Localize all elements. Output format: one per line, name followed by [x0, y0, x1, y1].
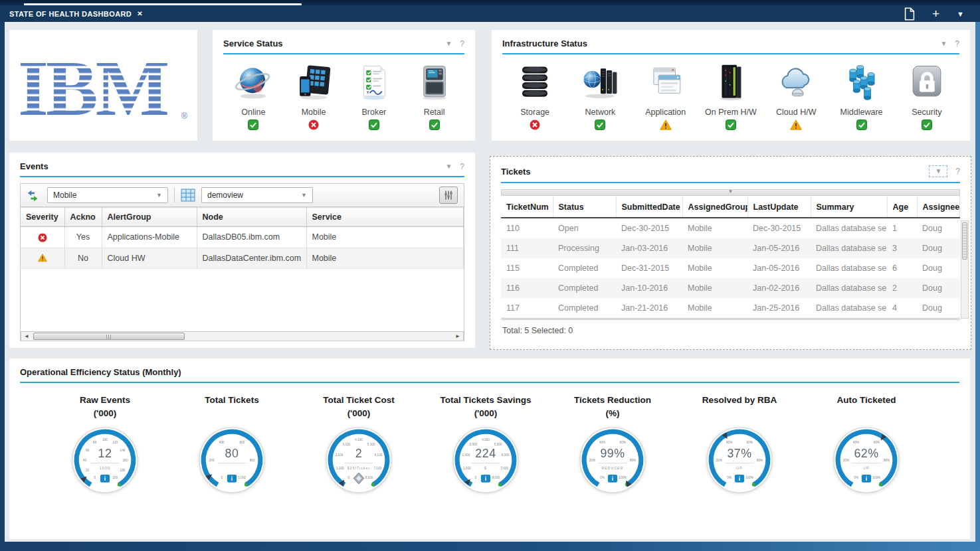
column-header-submitteddate[interactable]: SubmittedDate	[616, 196, 682, 218]
status-item-middleware[interactable]: Middleware	[832, 62, 892, 130]
ok-status-badge	[594, 119, 606, 130]
tab-state-of-health[interactable]: STATE OF HEALTH DASHBOARD	[9, 10, 143, 18]
status-item-storage[interactable]: Storage	[505, 62, 565, 130]
ticket-cell-lastupdate: Jan-05-2016	[747, 238, 811, 258]
gauge-auto-ticketed[interactable]: Auto Ticketed 0%20%40%60%80%100% 62% UP …	[808, 394, 925, 495]
status-item-application[interactable]: Application	[636, 62, 696, 130]
ticket-cell-submitteddate: Jan-21-2016	[616, 298, 682, 319]
svg-text:0%: 0%	[600, 476, 605, 479]
ticket-cell-summary: Dallas database se	[811, 258, 887, 278]
ticket-cell-submitteddate: Dec-31-2015	[616, 258, 682, 278]
gauge-raw-events[interactable]: Raw Events('000) 02040608010012014016018…	[47, 394, 163, 495]
ticket-row[interactable]: 115CompletedDec-31-2015MobileJan-05-2016…	[501, 258, 960, 278]
column-header-alertgroup[interactable]: AlertGroup	[102, 208, 197, 227]
svg-text:20%: 20%	[589, 459, 595, 462]
ticket-row[interactable]: 117CompletedJan-21-2016MobileJan-25-2016…	[501, 298, 960, 319]
gauge-tickets-reduction[interactable]: Tickets Reduction(%) 0%20%40%60%80%100% …	[554, 394, 671, 495]
svg-text:i: i	[231, 475, 233, 482]
event-transfer-icon[interactable]	[27, 188, 41, 202]
tickets-vertical-scrollbar[interactable]	[961, 220, 969, 319]
svg-text:100: 100	[102, 438, 108, 441]
error-severity-icon	[38, 233, 47, 242]
gauge-total-tickets[interactable]: Total Tickets 02004006008001,000 80 i	[173, 394, 290, 495]
column-header-ackno[interactable]: Ackno	[64, 208, 102, 227]
column-header-assignee[interactable]: Assignee	[917, 196, 960, 218]
column-header-assignedgroup[interactable]: AssignedGroup	[682, 196, 747, 218]
event-filter-select[interactable]: Mobile	[47, 187, 168, 203]
status-item-security[interactable]: Security	[897, 62, 957, 130]
status-item-broker[interactable]: Broker	[344, 62, 404, 130]
panel-title: Operational Efficiency Status (Monthly)	[20, 367, 181, 377]
gauge-total-tickets-savings[interactable]: Total Tickets Savings('000) 01,0002,0003…	[427, 394, 544, 495]
scroll-left-icon[interactable]	[21, 332, 32, 341]
ticket-row[interactable]: 116CompletedJan-10-2016MobileJan-02-2016…	[501, 278, 960, 298]
column-header-node[interactable]: Node	[197, 208, 306, 227]
status-item-retail[interactable]: Retail	[405, 62, 464, 130]
info-button: i	[227, 475, 237, 483]
column-header-severity[interactable]: Severity	[21, 208, 64, 227]
gauge-resolved-by-rba[interactable]: Resolved by RBA 0%20%40%60%80%100% 37% U…	[681, 394, 798, 495]
help-icon[interactable]	[460, 39, 464, 48]
tab-menu-caret-icon[interactable]	[957, 10, 964, 18]
collapse-caret-icon[interactable]	[445, 163, 452, 170]
event-view-select[interactable]: demoview	[201, 187, 313, 203]
dashboard-content: IBM ® Service Status OnlineMobileBrokerR…	[5, 22, 975, 542]
panel-rule	[501, 182, 960, 183]
collapse-caret-icon[interactable]	[445, 40, 452, 47]
status-label: Online	[241, 108, 265, 117]
event-row[interactable]: YesApplications-MobileDallasDB05.ibm.com…	[21, 227, 464, 248]
svg-text:40: 40	[83, 459, 87, 462]
collapse-caret-icon[interactable]	[940, 40, 947, 47]
status-item-online[interactable]: Online	[223, 62, 283, 130]
gauges-row: Raw Events('000) 02040608010012014016018…	[20, 383, 959, 495]
events-horizontal-scrollbar[interactable]	[21, 331, 464, 341]
scroll-right-icon[interactable]	[452, 332, 463, 341]
ackno-cell: No	[64, 248, 102, 269]
ticket-row[interactable]: 110OpenDec-30-2015MobileDec-30-2015Dalla…	[501, 218, 960, 238]
ticket-cell-assignee: Doug	[917, 278, 960, 298]
column-header-status[interactable]: Status	[553, 196, 616, 218]
column-header-age[interactable]: Age	[887, 196, 917, 218]
ticket-cell-ticketnum: 116	[501, 278, 553, 298]
ticket-cell-summary: Dallas database se	[811, 278, 887, 298]
column-header-summary[interactable]: Summary	[811, 196, 887, 218]
scrollbar-thumb[interactable]	[33, 333, 185, 340]
svg-text:100%: 100%	[745, 476, 753, 479]
severity-cell	[21, 248, 64, 269]
svg-text:62%: 62%	[854, 447, 878, 460]
status-item-network[interactable]: Network	[570, 62, 630, 130]
column-header-ticketnum[interactable]: TicketNum	[501, 196, 553, 218]
column-header-service[interactable]: Service	[306, 208, 464, 227]
help-icon[interactable]	[460, 162, 464, 171]
tickets-filter-strip[interactable]	[501, 189, 960, 196]
svg-text:0%: 0%	[727, 476, 732, 479]
add-tab-icon[interactable]	[932, 7, 939, 20]
view-grid-icon[interactable]	[181, 189, 195, 202]
help-icon[interactable]	[955, 167, 960, 176]
svg-text:1,100: 1,100	[336, 467, 344, 470]
event-row[interactable]: NoCloud HWDallasDataCenter.ibm.comMobile	[21, 248, 464, 269]
ticket-cell-age: 1	[887, 218, 917, 238]
ticket-row[interactable]: 111ProcessingJan-03-2016MobileJan-05-201…	[501, 238, 960, 258]
event-settings-button[interactable]	[439, 187, 458, 204]
ticket-cell-ticketnum: 110	[501, 218, 553, 238]
column-header-lastupdate[interactable]: LastUpdate	[747, 196, 811, 218]
new-page-icon[interactable]	[904, 7, 915, 21]
ticket-cell-ticketnum: 115	[501, 258, 553, 278]
status-item-on-prem-h-w[interactable]: On Prem H/W	[701, 62, 761, 130]
status-item-cloud-h-w[interactable]: Cloud H/W	[766, 62, 826, 130]
ticket-cell-age: 3	[887, 238, 917, 258]
gauge-total-ticket-cost[interactable]: Total Ticket Cost('000) 01,1002,1003,100…	[300, 394, 417, 495]
ticket-cell-submitteddate: Dec-30-2015	[616, 218, 682, 238]
tab-close-icon[interactable]	[137, 10, 143, 17]
status-item-mobile[interactable]: Mobile	[284, 62, 343, 130]
ticket-cell-status: Completed	[553, 278, 616, 298]
collapse-caret-icon[interactable]	[929, 165, 947, 177]
svg-text:2,100: 2,100	[336, 453, 343, 457]
help-icon[interactable]	[955, 39, 959, 48]
panel-rule	[20, 176, 464, 177]
info-button: i	[862, 475, 871, 483]
scrollbar-thumb[interactable]	[962, 222, 967, 260]
cloud-hw-icon	[775, 62, 817, 102]
chevron-down-icon	[301, 192, 307, 198]
